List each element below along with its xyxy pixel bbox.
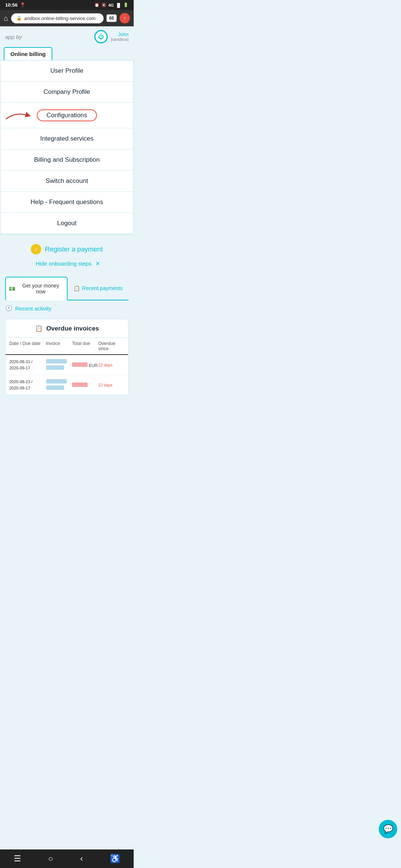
row2-date: 2020-08-23 /2020-09-17 (9, 379, 46, 391)
row2-total (72, 382, 98, 388)
recent-activity-row[interactable]: 🕐 Recent activity (5, 300, 128, 316)
dropdown-menu: User Profile Company Profile Configurati… (0, 60, 134, 234)
register-payment-label: Register a payment (45, 246, 103, 253)
menu-item-logout[interactable]: Logout (0, 213, 133, 234)
col-total: Total due (72, 341, 98, 351)
tab-get-money[interactable]: 💵 Get your money now (5, 277, 68, 300)
status-bar: 10:56 📍 ⏰ 🔇 4G ▐▌ 🔋 (0, 0, 134, 10)
overdue-title: Overdue invoices (46, 325, 99, 332)
menu-item-help-faq[interactable]: Help - Frequent questions (0, 192, 133, 213)
online-billing-label: Online billing (10, 51, 46, 57)
col-date: Date / Due date (9, 341, 46, 351)
home-icon[interactable]: ⌂ (4, 14, 8, 23)
overdue-header: 📋 Overdue invoices (6, 319, 128, 338)
tab-recent-payments[interactable]: 📋 Recent payments (68, 277, 128, 300)
row2-invoice (46, 379, 72, 391)
row1-total: EUR (72, 362, 98, 368)
tab-count[interactable]: 66 (107, 14, 117, 22)
menu-item-configurations[interactable]: Configurations (0, 103, 133, 128)
row1-overdue: 22 days (98, 363, 124, 367)
power-button[interactable]: ⏻ (94, 30, 108, 43)
4g-label: 4G (108, 3, 114, 7)
online-billing-tab[interactable]: Online billing (0, 47, 134, 60)
col-invoice: Invoice (46, 341, 72, 351)
user-name: John [sandbox] (111, 32, 128, 42)
alarm-icon: ⏰ (94, 3, 100, 7)
table-header: Date / Due date Invoice Total due Overdu… (6, 338, 128, 355)
app-logo: app by (5, 34, 22, 40)
tabs-row: 💵 Get your money now 📋 Recent payments (5, 277, 128, 300)
tab-recent-payments-label: Recent payments (82, 285, 123, 291)
row1-date: 2020-08-31 /2020-09-17 (9, 359, 46, 371)
table-row: 2020-08-31 /2020-09-17 EUR 22 days (6, 355, 128, 375)
check-icon: ✓ (31, 244, 41, 254)
page-content: ✓ Register a payment Hide onboarding ste… (0, 234, 134, 399)
hide-onboarding-text: Hide onboarding steps (36, 260, 91, 267)
app-header: app by ⏻ John [sandbox] (0, 26, 134, 47)
status-time: 10:56 (5, 2, 17, 8)
menu-item-integrated-services[interactable]: Integrated services (0, 128, 133, 149)
tab-get-money-label: Get your money now (17, 283, 64, 295)
menu-item-company-profile[interactable]: Company Profile (0, 82, 133, 103)
menu-item-switch-account[interactable]: Switch account (0, 171, 133, 192)
arrow-icon (4, 110, 34, 121)
register-payment-row[interactable]: ✓ Register a payment (5, 238, 128, 257)
menu-item-billing-subscription[interactable]: Billing and Subscription (0, 149, 133, 171)
mute-icon: 🔇 (101, 3, 107, 7)
row1-invoice (46, 359, 72, 371)
overdue-icon: 📋 (35, 325, 43, 332)
recent-activity-label: Recent activity (15, 305, 52, 312)
browser-bar: ⌂ 🔒 andbox.online-billing-service.com 66… (0, 10, 134, 26)
payments-icon: 📋 (74, 285, 80, 291)
configurations-label: Configurations (37, 109, 97, 121)
menu-item-user-profile[interactable]: User Profile (0, 60, 133, 82)
lock-icon: 🔒 (16, 16, 22, 21)
url-text: andbox.online-billing-service.com (24, 16, 95, 21)
url-bar[interactable]: 🔒 andbox.online-billing-service.com (11, 13, 104, 23)
upload-button[interactable]: ↑ (120, 13, 130, 23)
hide-onboarding-row[interactable]: Hide onboarding steps ✕ (5, 257, 128, 273)
overdue-section: 📋 Overdue invoices Date / Due date Invoi… (5, 319, 128, 395)
table-row: 2020-08-23 /2020-09-17 22 days (6, 375, 128, 395)
location-icon: 📍 (20, 2, 26, 8)
clock-icon: 🕐 (5, 305, 12, 312)
logo-text: app by (5, 34, 22, 40)
battery-icon: 🔋 (123, 3, 128, 7)
signal-icon: ▐▌ (115, 3, 121, 7)
user-section[interactable]: ⏻ John [sandbox] (94, 30, 128, 43)
col-overdue-since: Overdue since (98, 341, 124, 351)
close-icon: ✕ (95, 260, 100, 267)
money-icon: 💵 (9, 286, 15, 292)
row2-overdue: 22 days (98, 383, 124, 387)
